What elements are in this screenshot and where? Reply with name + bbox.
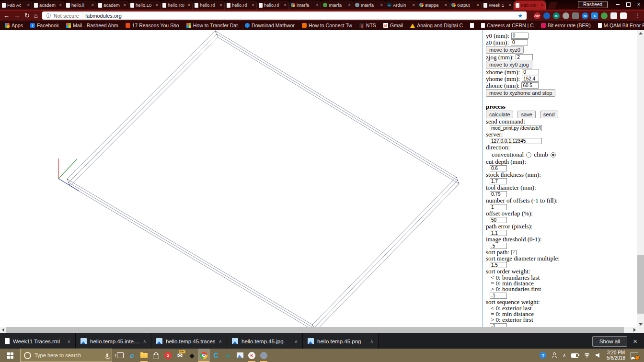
horizontal-scrollbar-thumb[interactable] bbox=[6, 327, 624, 333]
ext-gray-square-icon[interactable] bbox=[572, 12, 579, 19]
input-yhome-mm[interactable] bbox=[522, 76, 539, 82]
taskbar-app-arduino[interactable]: ∞ bbox=[222, 349, 234, 362]
scroll-down-icon[interactable] bbox=[637, 321, 644, 327]
browser-menu-icon[interactable]: ⋮ bbox=[635, 12, 641, 19]
ext-green-icon[interactable] bbox=[601, 12, 608, 19]
button-calculate[interactable]: calculate bbox=[486, 111, 513, 118]
tab-close-icon[interactable]: × bbox=[444, 2, 447, 8]
taskbar-app-photos[interactable] bbox=[234, 349, 246, 362]
tab-close-icon[interactable]: × bbox=[412, 2, 415, 8]
tab-interfa[interactable]: Interfa× bbox=[321, 0, 353, 10]
scroll-up-icon[interactable] bbox=[637, 30, 644, 36]
tab-fab-mo[interactable]: Fab Mo× bbox=[514, 0, 546, 10]
vertical-scrollbar-thumb[interactable] bbox=[637, 255, 644, 314]
bookmark-apps[interactable]: Apps bbox=[5, 23, 23, 28]
bookmark-m-qam-bit-error-ra[interactable]: M-QAM Bit Error Ra bbox=[598, 23, 644, 28]
tab-close-icon[interactable]: × bbox=[187, 2, 190, 8]
adblock-icon[interactable]: ABP bbox=[534, 12, 540, 19]
tab-close-icon[interactable]: × bbox=[252, 2, 254, 8]
close-button[interactable]: × bbox=[633, 0, 644, 9]
bookmark-bit-error-rate-ber[interactable]: Bit error rate (BER) bbox=[541, 23, 591, 28]
download-chip-hello-temp-45-png[interactable]: hello.temp.45.png∧ bbox=[303, 333, 379, 349]
tab-interfa[interactable]: interfa× bbox=[289, 0, 321, 10]
tab-close-icon[interactable]: × bbox=[59, 2, 62, 8]
address-bar[interactable]: ⓘ Not secure fabmodules.org ★ bbox=[42, 11, 527, 20]
tab-hello-li[interactable]: hello.li× bbox=[64, 0, 96, 10]
toolpath-canvas[interactable] bbox=[0, 30, 483, 327]
microphone-icon[interactable] bbox=[106, 353, 108, 357]
tab-hello-r0[interactable]: hello.R0× bbox=[161, 0, 193, 10]
taskbar-app-chrome[interactable] bbox=[198, 349, 210, 362]
taskbar-app-mail[interactable]: 99+✉ bbox=[174, 349, 186, 362]
bookmark-gmail[interactable]: MGmail bbox=[383, 23, 403, 28]
tab-week-1[interactable]: Week 1× bbox=[482, 0, 514, 10]
taskbar-app-store[interactable] bbox=[150, 349, 162, 362]
taskbar-clock[interactable]: 3:20 PM 5/6/2018 bbox=[607, 350, 625, 361]
bookmark-doc[interactable] bbox=[470, 23, 474, 28]
bookmark-how-to-transfer-dat[interactable]: How to Transfer Dat bbox=[186, 23, 238, 28]
taskbar-app-inkscape[interactable]: ◆ bbox=[186, 349, 198, 362]
bookmark-facebook[interactable]: fFacebook bbox=[30, 23, 59, 28]
download-chip-hello-temp-45-traces-png[interactable]: hello.temp.45.traces.png∧ bbox=[151, 333, 227, 349]
tab-close-icon[interactable]: × bbox=[476, 2, 479, 8]
volume-icon[interactable] bbox=[596, 353, 601, 358]
taskbar-search[interactable]: Type here to search bbox=[20, 349, 112, 362]
new-tab-button[interactable] bbox=[547, 2, 558, 9]
scroll-left-icon[interactable] bbox=[0, 327, 6, 333]
ext-gray-round-icon[interactable] bbox=[563, 12, 569, 19]
tab-close-icon[interactable]: × bbox=[284, 2, 287, 8]
ext-chat-icon[interactable] bbox=[610, 12, 617, 19]
tab-academ[interactable]: academ× bbox=[32, 0, 64, 10]
wifi-icon[interactable] bbox=[584, 353, 590, 358]
tab-interfa[interactable]: Interfa× bbox=[353, 0, 385, 10]
taskbar-app-app-red[interactable]: 2 bbox=[162, 349, 174, 362]
scroll-right-icon[interactable] bbox=[632, 327, 637, 333]
download-chevron-icon[interactable]: ∧ bbox=[370, 339, 373, 344]
hidden-icons-chevron-icon[interactable]: ∧ bbox=[563, 353, 566, 358]
input-xhome-mm[interactable] bbox=[522, 69, 539, 75]
taskbar-app-kicad[interactable]: K bbox=[246, 349, 258, 362]
bookmark-nts[interactable]: ||NTS bbox=[359, 23, 376, 28]
horizontal-scrollbar[interactable] bbox=[0, 327, 637, 333]
minimize-button[interactable] bbox=[612, 0, 623, 9]
home-icon[interactable]: ⌂ bbox=[34, 12, 38, 19]
taskbar-app-edge[interactable]: e bbox=[126, 349, 138, 362]
input-zjog-mm[interactable] bbox=[516, 54, 533, 60]
ext-doc-icon[interactable] bbox=[620, 12, 627, 19]
bookmark-download-mathwor[interactable]: Download Mathwor bbox=[245, 23, 295, 28]
button-send[interactable]: send bbox=[540, 111, 558, 118]
start-button[interactable] bbox=[0, 349, 20, 362]
button-move-to-xyz0[interactable]: move to xyz0 bbox=[486, 46, 524, 54]
button-move-to-xy0-zjog[interactable]: move to xy0 zjog bbox=[486, 61, 532, 68]
forward-icon[interactable]: → bbox=[14, 12, 20, 19]
tab-close-icon[interactable]: × bbox=[27, 2, 30, 8]
show-all-button[interactable]: Show all bbox=[592, 336, 627, 347]
tab-close-icon[interactable]: × bbox=[91, 2, 94, 8]
bookmark-analog-and-digital-c[interactable]: Analog and Digital C bbox=[410, 23, 463, 28]
checkbox-sort-path[interactable]: ✓ bbox=[511, 250, 517, 255]
battery-icon[interactable] bbox=[571, 353, 578, 358]
tab-hello-rl[interactable]: hello.Rl× bbox=[193, 0, 225, 10]
button-save[interactable]: save bbox=[518, 111, 535, 118]
radio-conventional[interactable] bbox=[526, 152, 531, 158]
input-zhome-mm[interactable] bbox=[521, 82, 539, 89]
shelf-close-icon[interactable]: × bbox=[633, 337, 637, 345]
action-center-icon[interactable] bbox=[631, 352, 638, 359]
maximize-button[interactable] bbox=[623, 0, 633, 9]
ext-blue-icon[interactable] bbox=[543, 12, 550, 19]
download-chip-hello-temp-45-inte-png[interactable]: hello.temp.45.inte....png∧ bbox=[76, 333, 151, 349]
taskbar-app-task-view[interactable] bbox=[114, 349, 126, 362]
tab-fab-ac[interactable]: Fab Ac× bbox=[0, 0, 32, 10]
bookmark-mail-rasheed-ahm[interactable]: Mail - Rasheed Ahm bbox=[66, 23, 118, 28]
tab-arduin[interactable]: ∞Arduin× bbox=[385, 0, 417, 10]
taskbar-app-ccleaner[interactable]: C bbox=[210, 349, 222, 362]
download-chip-week11-traces-rml[interactable]: Week11 Traces.rml∧ bbox=[0, 333, 76, 349]
tab-close-icon[interactable]: × bbox=[123, 2, 126, 8]
bookmark-how-to-connect-tw[interactable]: How to Connect Tw bbox=[302, 23, 352, 28]
tab-close-icon[interactable]: × bbox=[316, 2, 319, 8]
taskbar-app-file-explorer[interactable] bbox=[138, 349, 150, 362]
tab-hello-l0[interactable]: hello.L0× bbox=[128, 0, 161, 10]
button-move-to-xyzhome-and-stop[interactable]: move to xyzhome and stop bbox=[486, 89, 555, 97]
tab-steppe[interactable]: steppe× bbox=[417, 0, 449, 10]
radio-climb[interactable] bbox=[551, 152, 556, 158]
